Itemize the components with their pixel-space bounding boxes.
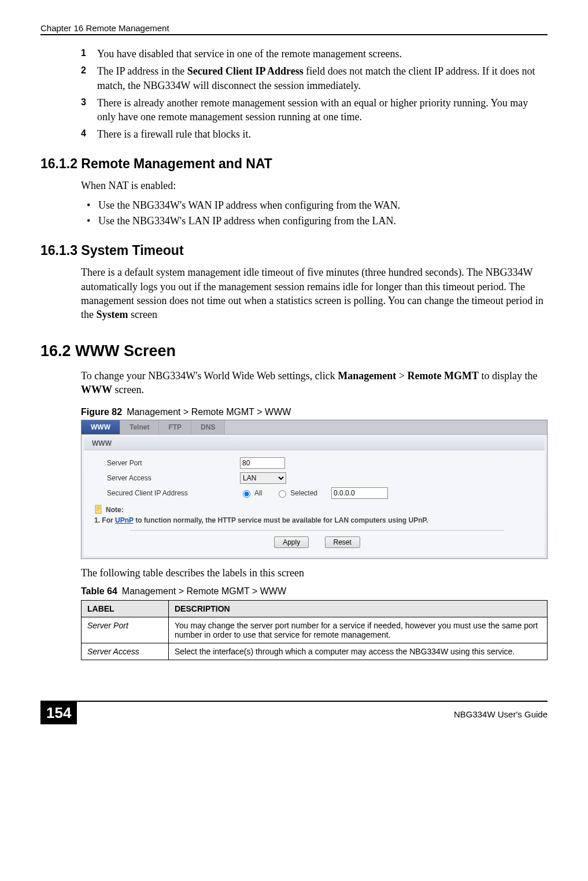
- tab-www[interactable]: WWW: [82, 420, 120, 434]
- page-header: Chapter 16 Remote Management: [40, 23, 548, 35]
- list-item: •Use the NBG334W's WAN IP address when c…: [87, 198, 548, 213]
- radio-all[interactable]: [243, 490, 250, 498]
- list-number: 1: [81, 47, 97, 61]
- heading-16-1-3: 16.1.3 System Timeout: [40, 243, 548, 258]
- list-text: The IP address in the Secured Client IP …: [97, 64, 548, 92]
- note-row: Note:: [94, 505, 527, 515]
- cell-label: Server Port: [82, 617, 169, 643]
- bullet-list: •Use the NBG334W's WAN IP address when c…: [87, 198, 548, 228]
- tab-telnet[interactable]: Telnet: [120, 420, 159, 434]
- tabs-row: WWW Telnet FTP DNS: [82, 420, 547, 435]
- panel-header: WWW: [84, 437, 545, 450]
- label-server-port: Server Port: [107, 459, 240, 467]
- list-item: 3 There is already another remote manage…: [81, 96, 548, 124]
- list-number: 2: [81, 64, 97, 92]
- cell-description: Select the interface(s) through which a …: [169, 643, 548, 660]
- paragraph: To change your NBG334W's World Wide Web …: [81, 369, 548, 397]
- table-row: Server Port You may change the server po…: [82, 617, 548, 643]
- table-header-description: DESCRIPTION: [169, 600, 548, 617]
- table-header-label: LABEL: [82, 600, 169, 617]
- note-label: Note:: [106, 506, 124, 514]
- cell-description: You may change the server port number fo…: [169, 617, 548, 643]
- row-secured-client: Secured Client IP Address All Selected: [107, 487, 527, 499]
- select-server-access[interactable]: LAN: [240, 472, 286, 484]
- input-server-port[interactable]: [240, 457, 285, 469]
- figure-caption: Figure 82Management > Remote MGMT > WWW: [81, 407, 548, 417]
- list-item: 1 You have disabled that service in one …: [81, 47, 548, 61]
- list-text: You have disabled that service in one of…: [97, 47, 402, 61]
- svg-rect-0: [95, 505, 101, 513]
- tab-dns[interactable]: DNS: [191, 420, 225, 434]
- heading-16-1-2: 16.1.2 Remote Management and NAT: [40, 156, 548, 172]
- paragraph: There is a default system management idl…: [81, 265, 548, 321]
- table-caption: Table 64Management > Remote MGMT > WWW: [81, 586, 548, 597]
- apply-button[interactable]: Apply: [274, 536, 309, 548]
- note-text: 1. For UPnP to function normally, the HT…: [94, 516, 527, 524]
- separator: [130, 530, 504, 531]
- tab-ftp[interactable]: FTP: [159, 420, 191, 434]
- list-number: 4: [81, 127, 97, 141]
- list-text: There is a firewall rule that blocks it.: [97, 127, 251, 141]
- radio-all-label: All: [254, 489, 262, 497]
- paragraph: When NAT is enabled:: [81, 179, 548, 193]
- row-server-access: Server Access LAN: [107, 472, 527, 484]
- link-upnp[interactable]: UPnP: [115, 516, 134, 524]
- label-secured-client: Secured Client IP Address: [107, 489, 240, 497]
- header-chapter: Chapter 16 Remote Management: [40, 23, 169, 33]
- list-number: 3: [81, 96, 97, 124]
- page-footer: 154 NBG334W User's Guide: [40, 701, 548, 724]
- footer-guide: NBG334W User's Guide: [77, 709, 548, 719]
- list-item: 4 There is a firewall rule that blocks i…: [81, 127, 548, 141]
- paragraph: The following table describes the labels…: [81, 566, 548, 580]
- list-item: 2 The IP address in the Secured Client I…: [81, 64, 548, 92]
- heading-16-2: 16.2 WWW Screen: [40, 342, 548, 360]
- input-client-ip[interactable]: [331, 487, 388, 499]
- radio-selected[interactable]: [279, 490, 286, 498]
- description-table: LABEL DESCRIPTION Server Port You may ch…: [81, 600, 548, 660]
- page-number: 154: [40, 702, 77, 724]
- radio-selected-label: Selected: [290, 489, 317, 497]
- table-row: Server Access Select the interface(s) th…: [82, 643, 548, 660]
- numbered-list: 1 You have disabled that service in one …: [81, 47, 548, 142]
- list-text: There is already another remote manageme…: [97, 96, 548, 124]
- note-icon: [94, 505, 103, 515]
- list-item: •Use the NBG334W's LAN IP address when c…: [87, 214, 548, 228]
- figure-screenshot: WWW Telnet FTP DNS WWW Server Port Serve…: [81, 420, 548, 559]
- row-server-port: Server Port: [107, 457, 527, 469]
- cell-label: Server Access: [82, 643, 169, 660]
- label-server-access: Server Access: [107, 474, 240, 482]
- reset-button[interactable]: Reset: [325, 536, 360, 548]
